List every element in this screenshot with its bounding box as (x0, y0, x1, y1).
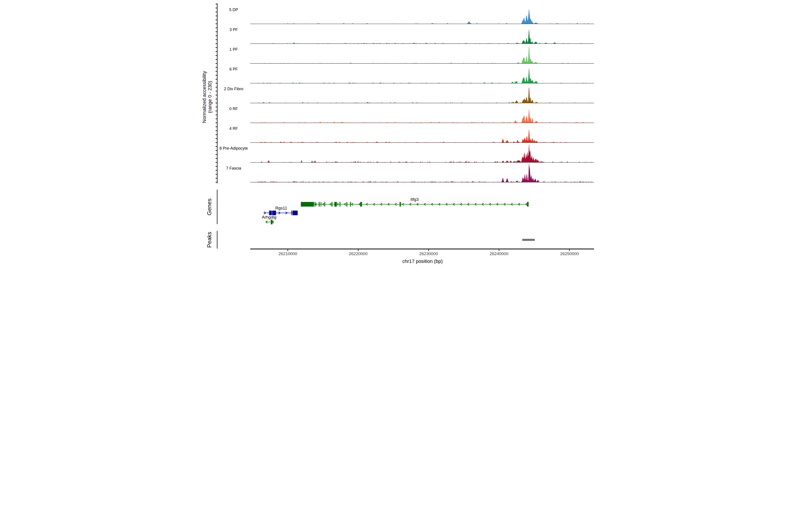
y-axis-tick (216, 122, 217, 123)
y-axis-tick (216, 75, 217, 76)
gene-label: Rgs11 (275, 206, 287, 210)
gene-exon (324, 202, 325, 207)
gene-exon (350, 202, 351, 207)
track-baseline (250, 142, 594, 143)
y-axis-tick (216, 142, 217, 143)
y-axis-tick (216, 55, 217, 56)
y-axis-tick (216, 150, 217, 151)
y-axis-tick (216, 63, 217, 64)
y-axis-tick (216, 67, 217, 68)
y-axis-tick (216, 8, 217, 8)
gene-exon (291, 211, 292, 215)
x-tick-label: 26230000 (419, 251, 438, 256)
gene-exon (527, 202, 529, 207)
y-axis-tick (216, 39, 217, 40)
y-axis-tick (216, 23, 217, 24)
genes-section-label: Genes (206, 198, 213, 215)
y-axis-tick (216, 134, 217, 135)
gene-exon (346, 202, 347, 207)
y-axis-tick (216, 47, 217, 48)
x-axis-tick (358, 249, 359, 251)
track-label: 3 PF (229, 27, 238, 32)
x-axis-tick (287, 249, 288, 251)
gene-exon (400, 202, 401, 207)
y-axis-tick (216, 107, 217, 107)
called-peaks (522, 239, 535, 241)
y-axis-tick (216, 166, 217, 167)
y-axis-tick (216, 19, 217, 20)
y-axis-tick (216, 95, 217, 96)
track-baseline (250, 182, 594, 182)
gene-exon (272, 211, 276, 215)
track-label: 7 Fascia (226, 166, 241, 170)
gene-label: Arhgdig (262, 215, 277, 220)
gene-exon (271, 220, 273, 224)
track-baseline (250, 63, 594, 64)
peaks-section-label: Peaks (206, 232, 213, 248)
track-baseline (250, 24, 594, 24)
y-axis-tick (216, 79, 217, 80)
gene-exon (360, 202, 362, 207)
gene-exon (319, 202, 320, 207)
gene-exon (292, 211, 298, 215)
peaks-section-bracket (217, 231, 218, 249)
x-axis-tick (428, 249, 429, 251)
gene-exon (321, 202, 321, 207)
y-axis-tick (216, 146, 217, 147)
y-axis-tick (216, 4, 217, 4)
y-axis-tick (216, 138, 217, 139)
track-baseline (250, 123, 594, 123)
gene-exon (315, 202, 316, 207)
y-axis-tick (216, 174, 217, 175)
track-label: 0 RF (229, 107, 238, 111)
genes-section-bracket (217, 190, 218, 224)
gene-exon (269, 211, 270, 215)
y-axis-tick (216, 32, 217, 32)
x-tick-label: 26210000 (279, 251, 297, 256)
y-axis-tick (216, 119, 217, 119)
track-label: 5 DP (229, 7, 238, 12)
y-axis-line (217, 3, 218, 184)
y-axis-tick (216, 99, 217, 99)
track-label: 2 Div Fibro (224, 87, 243, 91)
track-baseline (250, 103, 594, 103)
x-tick-label: 26250000 (560, 251, 579, 256)
y-axis-tick (216, 71, 217, 72)
y-axis-tick (216, 111, 217, 111)
x-tick-label: 26220000 (349, 251, 368, 256)
y-axis-tick (216, 162, 217, 163)
y-axis-tick (216, 27, 217, 28)
x-axis-tick (499, 249, 499, 251)
y-axis-tick (216, 59, 217, 60)
track-label: 4 RF (229, 126, 238, 131)
y-axis-tick (216, 115, 217, 115)
gene-exon (301, 202, 314, 207)
gene-exon (334, 202, 337, 207)
x-tick-label: 26240000 (490, 251, 509, 256)
y-axis-tick (216, 170, 217, 171)
gene-exon (270, 211, 272, 215)
x-axis-title: chr17 position (bp) (402, 259, 443, 264)
y-axis-tick (216, 158, 217, 159)
y-axis-tick (216, 154, 217, 155)
track-baseline (250, 162, 594, 163)
y-axis-tick (216, 91, 217, 92)
y-axis-label-line1: Normalized accessibility (202, 71, 207, 123)
y-axis-tick (216, 83, 217, 83)
coverage-plot-svg: 5 DP3 PF1 PF6 PF2 Div Fibro0 RF4 RF8 Pre… (200, 0, 598, 266)
x-axis-line (250, 249, 594, 250)
y-axis-tick (216, 12, 217, 12)
peak-bar (522, 239, 535, 241)
y-axis-tick (216, 178, 217, 179)
y-axis-tick (216, 87, 217, 88)
track-label: 1 PF (229, 47, 238, 52)
y-axis-tick (216, 36, 217, 36)
figure-background (200, 0, 598, 266)
y-axis-tick (216, 43, 217, 44)
y-axis-tick (216, 130, 217, 131)
track-baseline (250, 43, 594, 44)
y-axis-tick (216, 16, 217, 16)
track-baseline (250, 83, 594, 83)
genome-browser-figure: 5 DP3 PF1 PF6 PF2 Div Fibro0 RF4 RF8 Pre… (200, 0, 598, 266)
y-axis-tick (216, 51, 217, 52)
